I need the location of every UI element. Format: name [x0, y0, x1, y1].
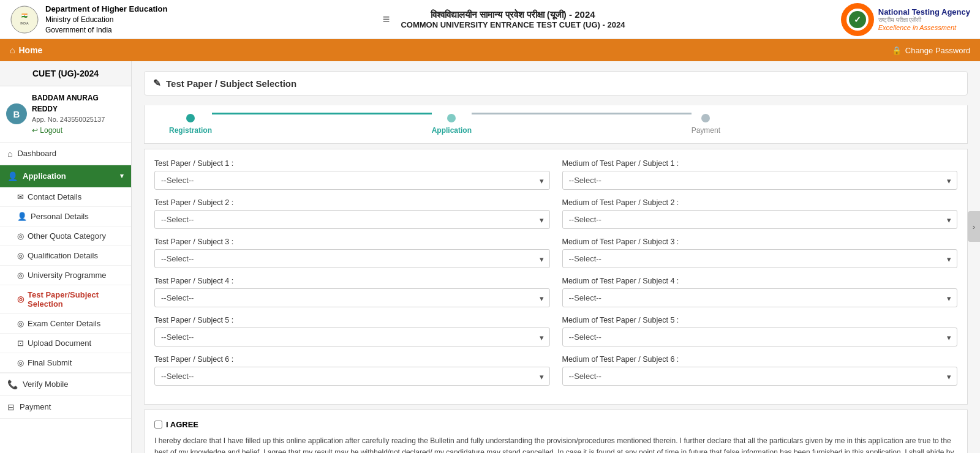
ministry: Ministry of Education [45, 15, 167, 25]
medium-2-wrapper: --Select-- [562, 210, 958, 229]
sidebar-item-exam-center[interactable]: ◎ Exam Center Details [0, 314, 131, 334]
edit-icon: ✎ [153, 78, 161, 89]
payment-link[interactable]: ⊟ Payment [0, 396, 131, 418]
nta-name: National Testing Agency [878, 7, 970, 17]
form-row-6: Test Paper / Subject 6 : --Select-- Medi… [154, 355, 957, 386]
logout-link[interactable]: ↩ Logout [32, 125, 125, 136]
exam-icon: ◎ [17, 319, 24, 328]
step-label-registration: Registration [169, 126, 212, 135]
sidebar-item-upload-doc[interactable]: ⊡ Upload Document [0, 334, 131, 353]
chevron-right-icon: › [973, 222, 975, 231]
form-row-2: Test Paper / Subject 2 : --Select-- Medi… [154, 198, 957, 229]
dashboard-icon: ⌂ [7, 149, 12, 159]
dept-name: Department of Higher Education [45, 4, 167, 15]
test-label: Test Paper/Subject Selection [28, 290, 124, 309]
subject-4-group: Test Paper / Subject 4 : --Select-- [154, 277, 550, 307]
medium-3-select[interactable]: --Select-- [562, 249, 958, 268]
hamburger-menu[interactable]: ≡ [383, 12, 390, 26]
subject-4-label: Test Paper / Subject 4 : [154, 277, 550, 285]
form-section: Test Paper / Subject 1 : --Select-- Medi… [144, 149, 968, 405]
application-nav[interactable]: 👤 Application ▾ [0, 165, 131, 187]
step-label-payment: Payment [692, 126, 720, 135]
main-content: ✎ Test Paper / Subject Selection Registr… [132, 61, 980, 453]
sidebar-item-other-quota[interactable]: ◎ Other Quota Category [0, 226, 131, 246]
agree-label[interactable]: I AGREE [166, 420, 198, 429]
medium-1-select[interactable]: --Select-- [562, 171, 958, 190]
personal-icon: 👤 [17, 212, 27, 221]
subject-2-select[interactable]: --Select-- [154, 210, 550, 229]
govt: Government of India [45, 25, 167, 36]
medium-2-select[interactable]: --Select-- [562, 210, 958, 229]
change-password-nav[interactable]: 🔒 Change Password [892, 46, 970, 55]
collapse-handle[interactable]: › [968, 211, 980, 242]
medium-2-group: Medium of Test Paper / Subject 2 : --Sel… [562, 198, 958, 229]
sidebar-item-contact-details[interactable]: ✉ Contact Details [0, 187, 131, 207]
personal-label: Personal Details [31, 212, 89, 221]
sidebar-item-university[interactable]: ◎ University Programme [0, 266, 131, 285]
medium-3-wrapper: --Select-- [562, 249, 958, 268]
medium-5-group: Medium of Test Paper / Subject 5 : --Sel… [562, 316, 958, 346]
svg-text:🇮🇳: 🇮🇳 [21, 12, 28, 18]
subject-1-group: Test Paper / Subject 1 : --Select-- [154, 159, 550, 190]
upload-label: Upload Document [28, 339, 91, 348]
sidebar-item-final-submit[interactable]: ◎ Final Submit [0, 353, 131, 373]
dashboard-link[interactable]: ⌂ Dashboard [0, 143, 131, 165]
form-row-5: Test Paper / Subject 5 : --Select-- Medi… [154, 316, 957, 346]
user-app-no: App. No. 243550025137 [32, 114, 125, 125]
medium-4-select[interactable]: --Select-- [562, 288, 958, 307]
header-center: विश्वविद्यालयीन सामान्य प्रवेश परीक्षा (… [401, 9, 625, 29]
step-line-2 [472, 113, 692, 114]
medium-5-label: Medium of Test Paper / Subject 5 : [562, 316, 958, 324]
exam-label: Exam Center Details [28, 319, 100, 328]
agreement-section: I AGREE I hereby declare that I have fil… [144, 410, 968, 453]
nav-bar: ⌂ Home 🔒 Change Password [0, 39, 980, 61]
medium-6-select[interactable]: --Select-- [562, 367, 958, 386]
payment-label: Payment [20, 402, 51, 411]
step-registration: Registration [169, 114, 212, 135]
header-left: 🇮🇳 INDIA Department of Higher Education … [10, 4, 167, 36]
subject-4-select[interactable]: --Select-- [154, 288, 550, 307]
home-label: Home [18, 45, 42, 55]
medium-6-group: Medium of Test Paper / Subject 6 : --Sel… [562, 355, 958, 386]
home-nav[interactable]: ⌂ Home [10, 45, 42, 55]
step-circle-application [447, 114, 456, 122]
medium-5-select[interactable]: --Select-- [562, 328, 958, 346]
agree-checkbox[interactable] [154, 421, 162, 429]
subject-6-select[interactable]: --Select-- [154, 367, 550, 386]
medium-1-wrapper: --Select-- [562, 171, 958, 190]
phone-icon: 📞 [7, 380, 18, 389]
sidebar-item-test-paper[interactable]: ◎ Test Paper/Subject Selection [0, 285, 131, 314]
subject-1-select[interactable]: --Select-- [154, 171, 550, 190]
step-line-1 [212, 113, 432, 114]
sidebar-item-personal-details[interactable]: 👤 Personal Details [0, 207, 131, 226]
subject-3-select[interactable]: --Select-- [154, 249, 550, 268]
home-icon: ⌂ [10, 45, 15, 55]
subject-5-select[interactable]: --Select-- [154, 328, 550, 346]
contact-icon: ✉ [17, 192, 24, 201]
medium-4-label: Medium of Test Paper / Subject 4 : [562, 277, 958, 285]
avatar: B [6, 103, 27, 124]
progress-steps: Registration Application Payment [169, 114, 720, 135]
subject-6-group: Test Paper / Subject 6 : --Select-- [154, 355, 550, 386]
sidebar-nav: ⌂ Dashboard 👤 Application ▾ ✉ Contact De… [0, 143, 131, 419]
header-dept: Department of Higher Education Ministry … [45, 4, 167, 36]
sidebar-item-qualification[interactable]: ◎ Qualification Details [0, 246, 131, 266]
sidebar-item-payment[interactable]: ⊟ Payment [0, 396, 131, 419]
step-circle-registration [186, 114, 195, 122]
verify-mobile-link[interactable]: 📞 Verify Mobile [0, 373, 131, 395]
quota-label: Other Quota Category [28, 231, 106, 241]
qual-label: Qualification Details [28, 251, 98, 260]
medium-1-label: Medium of Test Paper / Subject 1 : [562, 159, 958, 168]
medium-1-group: Medium of Test Paper / Subject 1 : --Sel… [562, 159, 958, 190]
subject-2-label: Test Paper / Subject 2 : [154, 198, 550, 207]
medium-2-label: Medium of Test Paper / Subject 2 : [562, 198, 958, 207]
test-icon: ◎ [17, 294, 24, 304]
agree-checkbox-row: I AGREE [154, 420, 957, 429]
sidebar-item-dashboard[interactable]: ⌂ Dashboard [0, 143, 131, 165]
sidebar-item-application[interactable]: 👤 Application ▾ ✉ Contact Details 👤 Pers… [0, 165, 131, 373]
page-title-bar: ✎ Test Paper / Subject Selection [144, 71, 968, 95]
sidebar-item-verify-mobile[interactable]: 📞 Verify Mobile [0, 373, 131, 396]
submit-icon: ◎ [17, 358, 24, 367]
step-application: Application [432, 114, 472, 135]
lock-icon: 🔒 [892, 46, 902, 55]
